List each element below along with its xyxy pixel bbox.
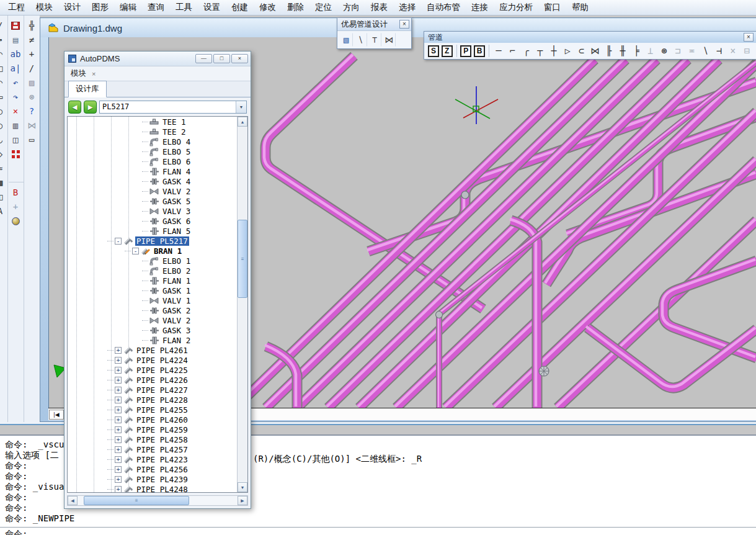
tree-row[interactable]: VALV 1: [68, 295, 237, 305]
tree-row[interactable]: +PIPE PL4226: [68, 375, 237, 385]
tree-expander-plus[interactable]: +: [115, 347, 122, 354]
tree-expander-plus[interactable]: +: [115, 416, 122, 423]
tree-row[interactable]: -BRAN 1: [68, 246, 237, 256]
pipe-support-icon[interactable]: ⊤: [368, 33, 381, 47]
tree-row[interactable]: +PIPE PL4248: [68, 484, 237, 493]
scrollbar-thumb[interactable]: ≡: [238, 220, 247, 298]
tree-expander-plus[interactable]: +: [115, 486, 122, 493]
menu-item-设计[interactable]: 设计: [58, 1, 86, 14]
tree-row[interactable]: +PIPE PL4227: [68, 385, 237, 395]
menu-item-方向[interactable]: 方向: [337, 1, 365, 14]
scroll-up-icon[interactable]: ▲: [238, 117, 247, 127]
array-icon[interactable]: [9, 147, 22, 161]
weld-icon[interactable]: ≖: [685, 44, 698, 58]
tree-row[interactable]: GASK 5: [68, 196, 237, 206]
export-icon[interactable]: ▤: [9, 33, 22, 47]
block-copy-icon[interactable]: B: [9, 186, 22, 199]
save-icon[interactable]: [9, 19, 22, 32]
tree-row[interactable]: ELBO 4: [68, 137, 237, 146]
tree-expander-plus[interactable]: +: [115, 407, 122, 413]
elbow-icon[interactable]: ⌐: [505, 44, 519, 58]
tree-row[interactable]: FLAN 2: [68, 335, 237, 345]
tree-row[interactable]: +PIPE PL4259: [68, 425, 237, 434]
menu-item-定位[interactable]: 定位: [309, 1, 337, 14]
tree-row[interactable]: GASK 1: [68, 285, 237, 295]
valve-icon[interactable]: ⋈: [589, 44, 602, 58]
tree-row[interactable]: VALV 2: [68, 186, 237, 196]
annotate-icon[interactable]: a|: [9, 61, 22, 75]
cloud-tool-icon[interactable]: ◡: [0, 133, 7, 146]
pipe-fitting-icon[interactable]: ╬: [25, 19, 38, 32]
slope-pipe-icon[interactable]: /: [25, 61, 38, 75]
back-button[interactable]: ◀: [68, 101, 81, 114]
menu-item-自动布管[interactable]: 自动布管: [421, 1, 466, 14]
layout-text-icon[interactable]: ab: [9, 47, 22, 61]
erase-icon[interactable]: ⊟: [740, 44, 754, 58]
text-tool-icon[interactable]: A: [0, 204, 7, 218]
tree-horizontal-scrollbar[interactable]: ◀ ≡ ▶: [67, 495, 248, 506]
tree-row[interactable]: +PIPE PL4224: [68, 355, 237, 365]
tree-row[interactable]: TEE 2: [68, 127, 237, 137]
close-icon[interactable]: ×: [399, 20, 409, 29]
trim-icon[interactable]: ×: [726, 44, 740, 58]
support-icon[interactable]: ⊥: [643, 44, 657, 58]
spline-tool-icon[interactable]: ≈: [0, 161, 7, 175]
tree-row[interactable]: GASK 4: [68, 176, 237, 186]
menu-item-选择[interactable]: 选择: [393, 1, 421, 14]
valve-gray-icon[interactable]: ⋈: [25, 119, 38, 132]
floating-toolbar-titlebar[interactable]: 优易管道设计 ×: [337, 18, 411, 31]
tree-row[interactable]: +PIPE PL4223: [68, 454, 237, 464]
tree-expander-plus[interactable]: +: [115, 377, 122, 384]
tree-row[interactable]: +PIPE PL4225: [68, 365, 237, 375]
rectangle-tool-icon[interactable]: □: [0, 61, 7, 75]
sketch-pipe-icon[interactable]: ∖: [698, 44, 712, 58]
menu-item-模块[interactable]: 模块: [30, 1, 58, 14]
menu-item-创建[interactable]: 创建: [226, 1, 254, 14]
palette-titlebar[interactable]: AutoPDMS —□×: [64, 52, 251, 66]
command-input-line[interactable]: 命令:: [5, 529, 27, 535]
tie-in-icon[interactable]: ⊣: [712, 44, 726, 58]
tree-expander-plus[interactable]: +: [115, 476, 122, 483]
tree-row[interactable]: +PIPE PL4258: [68, 434, 237, 444]
scroll-right-icon[interactable]: ▶: [238, 496, 247, 505]
close-icon[interactable]: ×: [744, 33, 754, 42]
circle-tool-icon[interactable]: ○: [0, 104, 7, 118]
insert-part-icon[interactable]: ⊐: [671, 44, 685, 58]
block-gray-icon[interactable]: ▨: [25, 76, 38, 89]
arc-tool-icon[interactable]: ◠: [0, 47, 7, 61]
tee-icon[interactable]: ┬: [533, 44, 547, 58]
cross-fitting-icon[interactable]: +: [25, 47, 38, 61]
menu-item-帮助[interactable]: 帮助: [566, 1, 594, 14]
tree-expander-minus[interactable]: -: [115, 238, 122, 245]
help-icon[interactable]: ?: [25, 104, 38, 118]
tree-expander-plus[interactable]: +: [115, 397, 122, 403]
menu-item-查询[interactable]: 查询: [142, 1, 170, 14]
tree-expander-plus[interactable]: +: [115, 367, 122, 374]
flange-pair-icon[interactable]: ╫: [616, 44, 629, 58]
draw-pipe-icon[interactable]: ∖: [354, 33, 367, 47]
p-mode-button[interactable]: P: [460, 45, 471, 57]
menu-item-报表[interactable]: 报表: [365, 1, 393, 14]
tree-expander-minus[interactable]: -: [132, 248, 139, 254]
gradient-tool-icon[interactable]: ◧: [0, 190, 7, 204]
tree-row[interactable]: +PIPE PL4261: [68, 345, 237, 355]
scroll-left-icon[interactable]: ◀: [68, 496, 78, 505]
arc3p-tool-icon[interactable]: ◠: [0, 76, 7, 89]
b-mode-button[interactable]: B: [474, 45, 485, 57]
box-tool-icon[interactable]: ▭: [0, 90, 7, 104]
tree-expander-plus[interactable]: +: [115, 426, 122, 433]
tree-row[interactable]: +PIPE PL4260: [68, 415, 237, 425]
flange-icon[interactable]: ╟: [602, 44, 616, 58]
menu-item-编辑[interactable]: 编辑: [114, 1, 142, 14]
explode-icon[interactable]: ⊗: [25, 90, 38, 104]
coupling-icon[interactable]: ⊂: [574, 44, 588, 58]
tree-row[interactable]: VALV 3: [68, 206, 237, 216]
menu-item-窗口[interactable]: 窗口: [538, 1, 566, 14]
copy-icon[interactable]: ▥: [9, 119, 22, 132]
ellipse-tool-icon[interactable]: ○: [0, 119, 7, 132]
menu-item-工具[interactable]: 工具: [170, 1, 198, 14]
capsule-icon[interactable]: ▭: [25, 133, 38, 146]
menu-item-工程[interactable]: 工程: [2, 1, 30, 14]
tree-row[interactable]: GASK 6: [68, 216, 237, 226]
mirror-icon[interactable]: ◫: [9, 133, 22, 146]
